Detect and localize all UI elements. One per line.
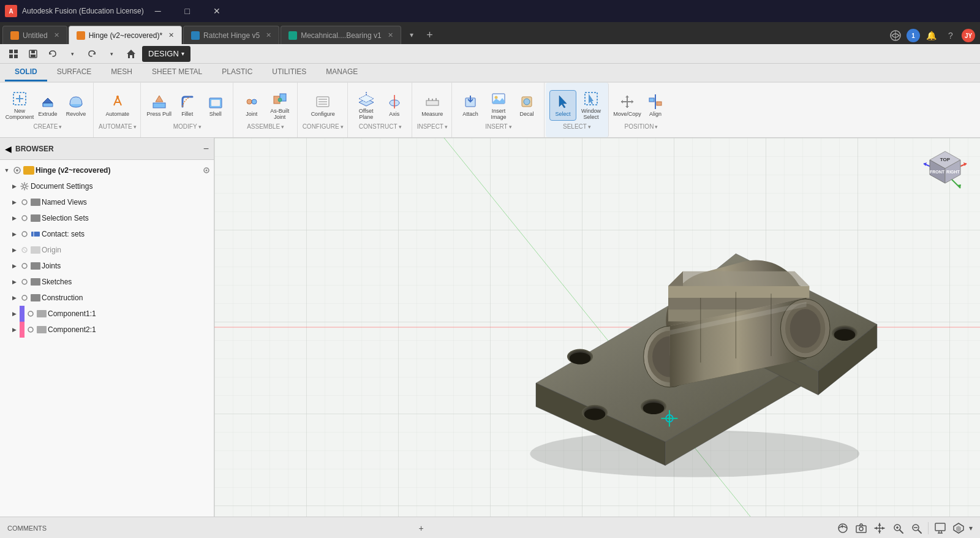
- tree-vis-sketches[interactable]: [20, 277, 29, 287]
- tree-named-views[interactable]: ▶ Named Views: [0, 194, 214, 210]
- tree-expand-contact-sets[interactable]: ▶: [10, 230, 18, 238]
- undo-dropdown-button[interactable]: ▾: [64, 46, 81, 62]
- tree-vis-origin[interactable]: [20, 245, 29, 255]
- redo-button[interactable]: [83, 46, 100, 62]
- restore-button[interactable]: □: [173, 0, 202, 22]
- add-comment-btn[interactable]: +: [413, 520, 429, 536]
- tree-root-item[interactable]: ▼ Hinge (v2~recovered): [0, 162, 214, 178]
- mode-tab-surface[interactable]: SURFACE: [47, 64, 102, 81]
- tree-vis-contact-sets[interactable]: [20, 229, 29, 239]
- insert-decal-btn[interactable]: Decal: [513, 90, 540, 121]
- tree-selection-sets[interactable]: ▶ Selection Sets: [0, 210, 214, 226]
- select-2d-btn[interactable]: Window Select: [578, 90, 605, 121]
- tab-close-hinge[interactable]: ✕: [168, 31, 174, 39]
- tree-expand-doc-settings[interactable]: ▶: [10, 182, 18, 191]
- create-new-component-btn[interactable]: New Component: [6, 90, 33, 121]
- insert-image-btn[interactable]: Insert Image: [485, 90, 512, 121]
- user-count-icon[interactable]: 1: [907, 29, 920, 42]
- viewport[interactable]: TOP FRONT RIGHT: [214, 138, 980, 517]
- mode-tab-utilities[interactable]: UTILITIES: [262, 64, 316, 81]
- tree-expand-root[interactable]: ▼: [2, 166, 11, 175]
- inspect-measure-btn[interactable]: Measure: [419, 90, 446, 121]
- camera-btn[interactable]: [853, 520, 869, 536]
- orbit-btn[interactable]: [835, 520, 851, 536]
- construct-axis-btn[interactable]: Axis: [381, 90, 408, 121]
- mode-tab-plastic[interactable]: PLASTIC: [212, 64, 262, 81]
- mode-tab-manage[interactable]: MANAGE: [316, 64, 368, 81]
- construct-offset-plane-btn[interactable]: Offset Plane: [353, 90, 380, 121]
- position-move-btn[interactable]: Move/Copy: [614, 90, 641, 121]
- tab-untitled[interactable]: Untitled ✕: [2, 26, 67, 44]
- online-status-icon[interactable]: [887, 27, 904, 44]
- mode-tab-mesh[interactable]: MESH: [101, 64, 142, 81]
- tree-vis-root[interactable]: [12, 165, 22, 175]
- home-button[interactable]: [123, 46, 140, 62]
- tree-vis-construction[interactable]: [20, 293, 29, 303]
- modify-shell-btn[interactable]: Shell: [202, 90, 229, 121]
- tree-doc-settings[interactable]: ▶ Document Settings: [0, 178, 214, 194]
- close-button[interactable]: ✕: [203, 0, 231, 22]
- tab-icon-untitled: [10, 31, 19, 40]
- tree-expand-component1[interactable]: ▶: [10, 309, 18, 318]
- insert-attach-btn[interactable]: Attach: [457, 90, 484, 121]
- tab-overflow-btn[interactable]: ▾: [402, 26, 421, 44]
- tree-expand-component2[interactable]: ▶: [10, 325, 18, 334]
- tree-contact-sets[interactable]: ▶ Contact: sets: [0, 226, 214, 242]
- zoom-fit-btn[interactable]: [890, 520, 906, 536]
- tab-close-bearing[interactable]: ✕: [388, 31, 393, 39]
- mode-tab-sheetmetal[interactable]: SHEET METAL: [142, 64, 212, 81]
- tree-vis-joints[interactable]: [20, 261, 29, 271]
- tree-expand-origin[interactable]: ▶: [10, 246, 18, 254]
- mode-tab-solid[interactable]: SOLID: [5, 64, 47, 81]
- user-avatar[interactable]: JY: [962, 29, 975, 42]
- tab-hinge[interactable]: Hinge (v2~recovered)* ✕: [69, 26, 182, 44]
- tree-settings-icon[interactable]: [202, 165, 211, 175]
- create-extrude-btn[interactable]: Extrude: [34, 90, 61, 121]
- view-cube[interactable]: TOP FRONT RIGHT: [918, 145, 973, 200]
- tab-ratchet[interactable]: Ratchet Hinge v5 ✕: [183, 26, 279, 44]
- redo-dropdown-button[interactable]: ▾: [103, 46, 120, 62]
- tree-joints[interactable]: ▶ Joints: [0, 258, 214, 274]
- configure-params-btn[interactable]: Configure: [309, 90, 336, 121]
- design-dropdown[interactable]: DESIGN ▾: [142, 46, 190, 62]
- modify-fillet-btn[interactable]: Fillet: [174, 90, 201, 121]
- tree-expand-named-views[interactable]: ▶: [10, 198, 18, 206]
- tree-expand-construction[interactable]: ▶: [10, 294, 18, 302]
- tree-expand-joints[interactable]: ▶: [10, 262, 18, 270]
- assemble-asbuilt-btn[interactable]: As-Built Joint: [266, 90, 293, 121]
- tree-sketches[interactable]: ▶ Sketches: [0, 274, 214, 290]
- tab-close-untitled[interactable]: ✕: [54, 31, 59, 39]
- tree-origin[interactable]: ▶ Origin: [0, 242, 214, 258]
- tree-expand-selection-sets[interactable]: ▶: [10, 214, 18, 222]
- visual-style-btn[interactable]: [951, 520, 967, 536]
- browser-collapse-btn[interactable]: ◀: [5, 144, 12, 154]
- help-icon[interactable]: ?: [942, 27, 959, 44]
- tab-close-ratchet[interactable]: ✕: [266, 31, 271, 39]
- notification-icon[interactable]: 🔔: [922, 27, 940, 44]
- minimize-button[interactable]: ─: [144, 0, 172, 22]
- browser-settings-btn[interactable]: −: [203, 143, 209, 154]
- tree-vis-component1[interactable]: [26, 309, 36, 319]
- tab-add-button[interactable]: +: [421, 26, 439, 44]
- visual-style-dropdown[interactable]: ▾: [969, 524, 973, 532]
- assemble-joint-btn[interactable]: Joint: [238, 90, 265, 121]
- tab-bearing[interactable]: Mecahnical....Bearing v1 ✕: [281, 26, 401, 44]
- display-settings-btn[interactable]: [932, 520, 948, 536]
- save-button[interactable]: [24, 46, 42, 62]
- tree-component2[interactable]: ▶ Component2:1: [0, 322, 214, 338]
- pan-btn[interactable]: [872, 520, 888, 536]
- select-btn[interactable]: Select: [549, 90, 576, 121]
- tree-component1[interactable]: ▶ Component1:1: [0, 306, 214, 322]
- create-revolve-btn[interactable]: Revolve: [62, 90, 89, 121]
- undo-button[interactable]: [44, 46, 61, 62]
- grid-button[interactable]: [5, 46, 22, 62]
- tree-vis-selection-sets[interactable]: [20, 213, 29, 223]
- tree-vis-named-views[interactable]: [20, 197, 29, 207]
- zoom-window-btn[interactable]: [908, 520, 924, 536]
- tree-vis-component2[interactable]: [26, 325, 36, 335]
- automate-btn[interactable]: Automate: [104, 90, 131, 121]
- tree-construction[interactable]: ▶ Construction: [0, 290, 214, 306]
- modify-press-pull-btn[interactable]: Press Pull: [146, 90, 173, 121]
- tree-expand-sketches[interactable]: ▶: [10, 278, 18, 286]
- position-align-btn[interactable]: Align: [642, 90, 669, 121]
